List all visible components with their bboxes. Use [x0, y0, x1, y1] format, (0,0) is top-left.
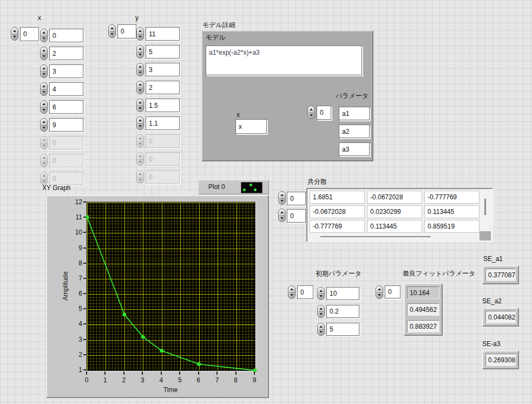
se-a2-label: SE_a2 — [482, 297, 502, 305]
x-array-value-2[interactable]: 3 — [49, 64, 83, 78]
best-fit-index-value[interactable]: 0 — [385, 285, 400, 298]
x-array-value-4[interactable]: 6 — [49, 100, 83, 114]
parameter-element-2: a3 — [339, 142, 370, 156]
y-array-value-5[interactable]: 1.1 — [146, 116, 180, 130]
y-array-element-3: 2 — [136, 81, 180, 94]
y-index-spinner[interactable] — [108, 24, 116, 38]
y-array-element-4: 1.5 — [136, 99, 180, 112]
increment-decrement-spinner[interactable] — [136, 63, 144, 76]
y-array-element-6: 0 — [136, 134, 180, 148]
model-formula-input[interactable]: a1*exp(-a2*x)+a3 — [206, 45, 362, 75]
plot-legend[interactable]: Plot 0 — [198, 180, 269, 194]
initial-params-label: 初期パラメータ — [316, 270, 362, 277]
best-fit-index-spinner[interactable] — [376, 285, 383, 299]
y-tick-label: 3 — [66, 336, 82, 343]
x-array-value-1[interactable]: 2 — [49, 47, 83, 60]
plot-style-icon[interactable] — [241, 182, 262, 193]
best-fit-value-0: 10.164 — [407, 286, 439, 299]
y-tick-label: 10 — [66, 229, 82, 236]
y-array-element-1: 5 — [136, 45, 180, 58]
y-array-value-0[interactable]: 11 — [146, 27, 180, 41]
parameters-index-value[interactable]: 0 — [317, 106, 331, 120]
x-array-value-0[interactable]: 0 — [49, 29, 83, 42]
increment-decrement-spinner[interactable] — [136, 116, 144, 130]
initial-param-value-0[interactable]: 10 — [326, 287, 359, 300]
increment-decrement-spinner[interactable] — [136, 81, 144, 94]
covariance-col-spinner[interactable] — [278, 208, 286, 222]
y-tick-mark — [83, 217, 86, 218]
y-array-element-5: 1.1 — [136, 116, 180, 130]
parameters-index-spinner[interactable] — [307, 106, 315, 119]
covariance-row-index[interactable]: 0 — [287, 192, 306, 205]
increment-decrement-spinner — [136, 152, 144, 166]
initial-param-value-1[interactable]: 0.2 — [326, 305, 359, 318]
x-axis-label: Time — [163, 386, 178, 394]
increment-decrement-spinner — [40, 154, 48, 167]
x-tick-label: 3 — [136, 376, 149, 384]
covariance-cell-0-2: -0.777769 — [424, 191, 480, 204]
x-array-value-5[interactable]: 9 — [49, 118, 83, 132]
increment-decrement-spinner[interactable] — [317, 287, 325, 300]
x-index-value[interactable]: 0 — [20, 27, 39, 41]
parameter-name-0[interactable]: a1 — [339, 107, 370, 120]
y-tick-label: 7 — [66, 275, 82, 282]
y-array-value-3[interactable]: 2 — [146, 81, 180, 94]
initial-param-value-2[interactable]: 5 — [326, 323, 359, 336]
increment-decrement-spinner[interactable] — [40, 47, 48, 60]
x-array-value-3[interactable]: 4 — [49, 82, 83, 96]
y-index-value[interactable]: 0 — [117, 24, 136, 38]
parameter-name-1[interactable]: a2 — [339, 125, 370, 138]
increment-decrement-spinner[interactable] — [40, 82, 48, 96]
x-tick-mark — [104, 372, 106, 375]
covariance-hscroll-thumb[interactable] — [320, 236, 431, 237]
initial-params-index-spinner[interactable] — [288, 285, 295, 299]
increment-decrement-spinner[interactable] — [317, 305, 325, 318]
x-array-element-4: 6 — [40, 100, 83, 114]
x-tick-mark — [142, 372, 143, 375]
covariance-cell-2-0: -0.777769 — [310, 220, 365, 233]
increment-decrement-spinner[interactable] — [136, 99, 144, 112]
increment-decrement-spinner[interactable] — [317, 323, 325, 336]
increment-decrement-spinner[interactable] — [40, 64, 48, 78]
increment-decrement-spinner[interactable] — [40, 100, 48, 114]
x-array-value-8: 0 — [49, 172, 83, 185]
y-array-value-4[interactable]: 1.5 — [146, 99, 180, 112]
increment-decrement-spinner[interactable] — [40, 118, 48, 132]
y-array-value-1[interactable]: 5 — [146, 45, 180, 58]
covariance-vscroll-thumb[interactable] — [484, 199, 486, 215]
covariance-scroll-corner — [480, 231, 491, 240]
initial-params-index-value[interactable]: 0 — [297, 285, 313, 299]
x-array-value-7: 0 — [49, 154, 83, 167]
model-label: モデル — [206, 34, 226, 41]
y-tick-mark — [83, 201, 86, 203]
x-tick-label: 4 — [155, 376, 168, 384]
increment-decrement-spinner — [136, 134, 144, 148]
increment-decrement-spinner — [40, 172, 48, 185]
y-tick-mark — [83, 293, 86, 294]
x-tick-mark — [198, 372, 199, 375]
parameters-index-control: 0 — [307, 106, 331, 120]
xy-plot-curve — [87, 203, 255, 370]
graph-title: XY Graph — [42, 184, 70, 192]
y-array-value-6: 0 — [146, 134, 180, 148]
covariance-cell-1-2: 0.113445 — [424, 205, 480, 218]
increment-decrement-spinner[interactable] — [136, 45, 144, 58]
y-array-element-8: 0 — [136, 170, 180, 184]
covariance-cell-2-1: 0.113445 — [367, 220, 422, 233]
initial-params-index-control: 0 — [288, 285, 313, 299]
x-tick-label: 6 — [192, 376, 205, 384]
y-tick-mark — [83, 354, 86, 355]
x-tick-mark — [254, 372, 255, 375]
x-index-spinner[interactable] — [11, 27, 18, 41]
se-a2-value: 0.044082 — [485, 311, 516, 323]
y-array-value-2[interactable]: 3 — [146, 63, 180, 76]
parameter-name-2[interactable]: a3 — [339, 142, 370, 156]
covariance-col-index[interactable]: 0 — [287, 209, 306, 223]
covariance-row-spinner[interactable] — [278, 191, 286, 205]
independent-variable-input[interactable]: x — [235, 119, 267, 134]
increment-decrement-spinner — [40, 136, 48, 149]
x-array-element-7: 0 — [40, 154, 83, 167]
initial-params-elements: 10 0.2 5 — [317, 287, 359, 336]
increment-decrement-spinner[interactable] — [40, 29, 48, 42]
increment-decrement-spinner[interactable] — [136, 27, 144, 41]
